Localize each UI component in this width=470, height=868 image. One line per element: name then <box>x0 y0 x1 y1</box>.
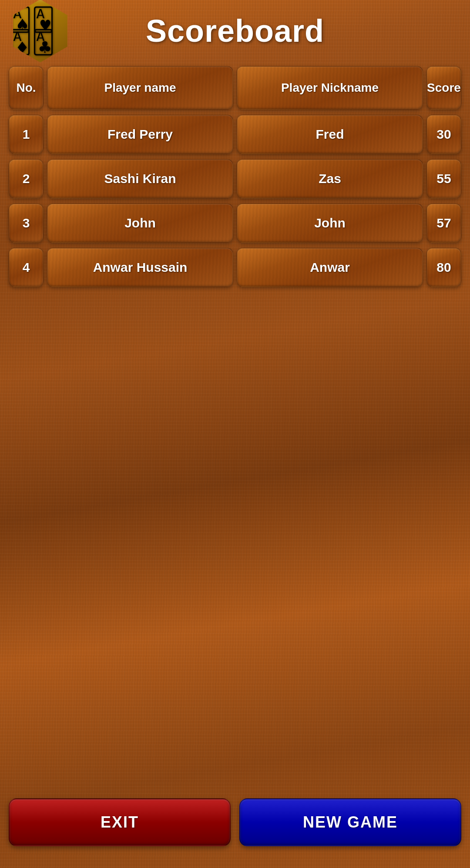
cell-nickname-3: John <box>237 204 423 243</box>
new-game-button[interactable]: NEW GAME <box>239 798 461 846</box>
table-header-row: No. Player name Player Nickname Score <box>9 66 461 110</box>
app-logo: 🂡🂱🃁🃑 <box>9 0 72 63</box>
col-header-score: Score <box>426 66 461 110</box>
cell-name-4: Anwar Hussain <box>47 248 233 287</box>
cards-icon: 🂡🂱🃁🃑 <box>9 8 72 53</box>
cell-nickname-2: Zas <box>237 159 423 198</box>
table-row: 1 Fred Perry Fred 30 <box>9 115 461 154</box>
main-content: 🂡🂱🃁🃑 Scoreboard No. Player name Player N… <box>0 0 470 292</box>
cell-no-1: 1 <box>9 115 44 154</box>
scoreboard-table: No. Player name Player Nickname Score 1 … <box>9 66 461 292</box>
col-header-name: Player name <box>47 66 233 110</box>
cell-name-3: John <box>47 204 233 243</box>
cell-no-4: 4 <box>9 248 44 287</box>
cell-score-3: 57 <box>426 204 461 243</box>
page-title: Scoreboard <box>146 13 324 49</box>
cell-no-3: 3 <box>9 204 44 243</box>
cell-nickname-1: Fred <box>237 115 423 154</box>
cell-nickname-4: Anwar <box>237 248 423 287</box>
bottom-buttons: EXIT NEW GAME <box>9 798 461 846</box>
cell-score-2: 55 <box>426 159 461 198</box>
cell-no-2: 2 <box>9 159 44 198</box>
cell-score-1: 30 <box>426 115 461 154</box>
cell-name-1: Fred Perry <box>47 115 233 154</box>
cell-name-2: Sashi Kiran <box>47 159 233 198</box>
logo-hexagon: 🂡🂱🃁🃑 <box>9 0 72 63</box>
col-header-nickname: Player Nickname <box>237 66 423 110</box>
table-row: 2 Sashi Kiran Zas 55 <box>9 159 461 198</box>
exit-button[interactable]: EXIT <box>9 798 231 846</box>
table-row: 3 John John 57 <box>9 204 461 243</box>
col-header-no: No. <box>9 66 44 110</box>
header: 🂡🂱🃁🃑 Scoreboard <box>9 13 461 49</box>
cell-score-4: 80 <box>426 248 461 287</box>
table-row: 4 Anwar Hussain Anwar 80 <box>9 248 461 287</box>
